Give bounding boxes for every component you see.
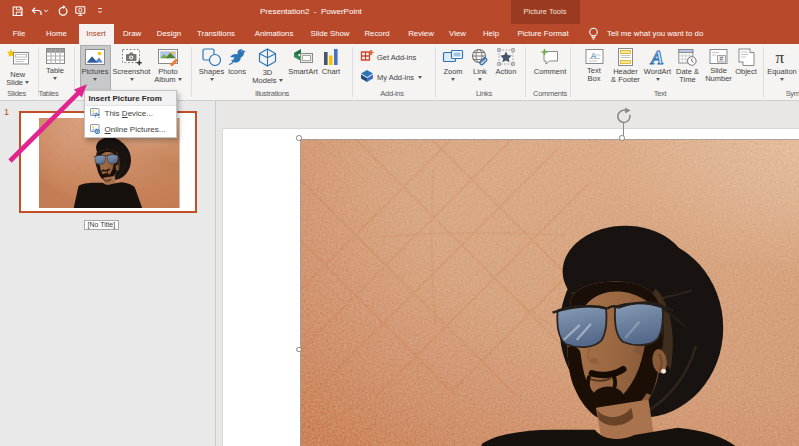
svg-text:π: π bbox=[776, 48, 785, 66]
svg-text:A: A bbox=[590, 51, 596, 61]
svg-text:A: A bbox=[650, 48, 664, 66]
svg-text:#: # bbox=[720, 55, 724, 62]
